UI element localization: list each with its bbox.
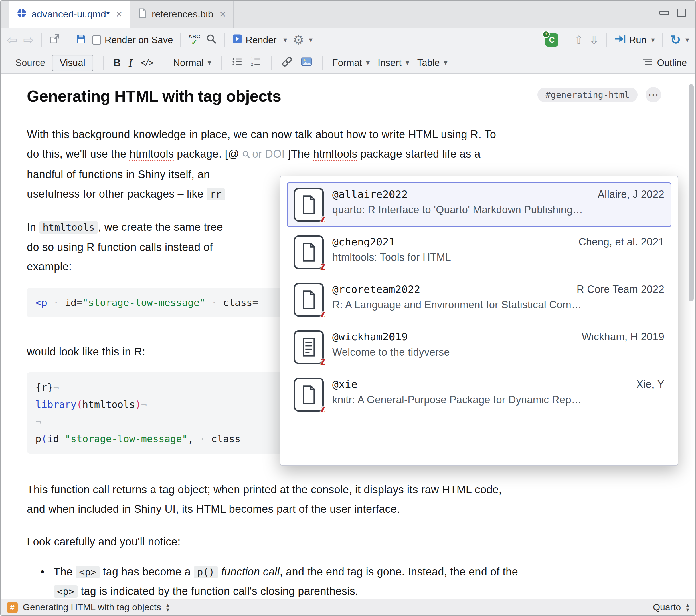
toolbar-separator bbox=[67, 33, 68, 47]
file-icon bbox=[137, 8, 147, 21]
toolbar-separator bbox=[41, 33, 42, 47]
citation-article-icon: z bbox=[294, 330, 324, 364]
window-controls bbox=[659, 9, 686, 17]
current-section-label[interactable]: Generating HTML with tag objects bbox=[23, 602, 161, 613]
citation-item-cheng2021[interactable]: z @cheng2021 Cheng, et al. 2021 htmltool… bbox=[287, 230, 671, 275]
citation-item-allaire2022[interactable]: z @allaire2022 Allaire, J 2022 quarto: R… bbox=[287, 182, 671, 227]
settings-caret-icon: ▾ bbox=[309, 35, 313, 44]
inline-code-button[interactable]: </> bbox=[141, 58, 153, 67]
save-icon[interactable] bbox=[76, 33, 86, 47]
paragraph-line: do this, we'll use the htmltools package… bbox=[27, 144, 661, 165]
citation-item-rcoreteam2022[interactable]: z @rcoreteam2022 R Core Team 2022 R: A L… bbox=[287, 277, 671, 322]
visual-editor-canvas[interactable]: Generating HTML with tag objects #genera… bbox=[1, 74, 695, 599]
tab-label: advanced-ui.qmd* bbox=[31, 9, 110, 20]
editor-tab-bar: advanced-ui.qmd* × references.bib × bbox=[1, 1, 695, 28]
heading-row: Generating HTML with tag objects #genera… bbox=[27, 86, 661, 107]
render-button[interactable]: Render bbox=[232, 34, 276, 46]
tab-references-bib[interactable]: references.bib × bbox=[130, 1, 234, 28]
section-selector-icon[interactable]: ▴▾ bbox=[166, 603, 170, 612]
insert-menu[interactable]: Insert ▾ bbox=[378, 58, 409, 68]
gear-icon: ⚙ bbox=[293, 33, 304, 47]
citation-item-xie[interactable]: z @xie Xie, Y knitr: A General-Purpose P… bbox=[287, 372, 671, 417]
chevron-down-icon: ▾ bbox=[406, 58, 409, 67]
render-on-save-checkbox[interactable] bbox=[92, 35, 101, 45]
citation-title: knitr: A General-Purpose Package for Dyn… bbox=[332, 394, 664, 406]
svg-text:1: 1 bbox=[251, 56, 253, 61]
paragraph-line: Look carefully and you'll notice: bbox=[27, 532, 661, 551]
citation-source-icon: z bbox=[294, 378, 324, 411]
paragraph-style-value: Normal bbox=[173, 58, 204, 68]
bullet-list-icon[interactable] bbox=[232, 56, 242, 69]
citation-placeholder: or DOI bbox=[252, 148, 285, 160]
close-tab-icon[interactable]: × bbox=[116, 8, 122, 20]
bullet-dot: • bbox=[41, 562, 53, 581]
quarto-file-icon bbox=[17, 8, 27, 21]
citation-title: Welcome to the tidyverse bbox=[332, 346, 664, 358]
render-on-save-toggle[interactable]: Render on Save bbox=[92, 35, 173, 46]
toolbar-separator bbox=[221, 56, 222, 70]
maximize-pane-icon[interactable] bbox=[677, 9, 686, 17]
zotero-icon: z bbox=[320, 355, 326, 367]
document-format-label[interactable]: Quarto bbox=[653, 602, 681, 613]
zotero-icon: z bbox=[320, 307, 326, 319]
toolbar-separator bbox=[566, 33, 566, 47]
go-to-next-chunk-icon[interactable]: ⇩ bbox=[589, 34, 599, 46]
run-icon bbox=[614, 33, 626, 47]
citation-key: @xie bbox=[332, 378, 358, 390]
toolbar-separator bbox=[322, 56, 322, 70]
outline-toggle[interactable]: Outline bbox=[643, 56, 687, 69]
italic-button[interactable]: I bbox=[129, 56, 132, 69]
format-selector-icon[interactable]: ▴▾ bbox=[686, 603, 689, 612]
visual-mode-button[interactable]: Visual bbox=[52, 54, 93, 71]
zotero-icon: z bbox=[320, 212, 326, 224]
go-to-previous-chunk-icon[interactable]: ⇧ bbox=[574, 34, 584, 46]
citation-item-wickham2019[interactable]: z @wickham2019 Wickham, H 2019 Welcome t… bbox=[287, 325, 671, 370]
table-menu[interactable]: Table ▾ bbox=[417, 58, 447, 68]
visual-editor-toolbar: Source Visual B I </> Normal ▾ 12 Format… bbox=[1, 52, 695, 74]
tab-advanced-ui-qmd[interactable]: advanced-ui.qmd* × bbox=[9, 1, 130, 28]
heading-anchor-badge: #generating-html bbox=[537, 87, 638, 102]
run-label: Run bbox=[629, 35, 647, 46]
citation-title: R: A Language and Environment for Statis… bbox=[332, 299, 664, 311]
format-menu[interactable]: Format ▾ bbox=[332, 58, 370, 68]
inline-code: p() bbox=[194, 566, 218, 578]
paragraph-style-dropdown[interactable]: Normal ▾ bbox=[173, 58, 211, 68]
citation-search-icon bbox=[242, 149, 250, 161]
more-options-icon[interactable]: ⋯ bbox=[646, 87, 661, 102]
paragraph-line: With this background knowledge in place,… bbox=[27, 125, 661, 144]
source-mode-button[interactable]: Source bbox=[9, 55, 52, 71]
heading-level-icon: # bbox=[7, 602, 18, 613]
close-tab-icon[interactable]: × bbox=[220, 8, 226, 20]
back-icon[interactable]: ⇦ bbox=[7, 34, 17, 46]
insert-label: Insert bbox=[378, 58, 401, 68]
plus-icon: + bbox=[542, 31, 550, 38]
spellcheck-icon[interactable]: ABC ✓ bbox=[188, 34, 200, 46]
page-title: Generating HTML with tag objects bbox=[27, 86, 281, 107]
chevron-down-icon: ▾ bbox=[366, 58, 370, 67]
vertical-scrollbar-thumb[interactable] bbox=[689, 84, 694, 302]
rstudio-source-pane: advanced-ui.qmd* × references.bib × ⇦ ⇨ bbox=[0, 0, 696, 616]
settings-button[interactable]: ⚙ ▾ bbox=[293, 33, 313, 47]
numbered-list-icon[interactable]: 12 bbox=[250, 56, 261, 69]
toolbar-separator bbox=[271, 56, 272, 70]
render-dropdown-caret-icon[interactable]: ▾ bbox=[283, 35, 287, 44]
forward-icon[interactable]: ⇨ bbox=[23, 34, 34, 46]
toolbar-separator bbox=[103, 56, 104, 70]
rerun-button[interactable]: ↻ ▾ bbox=[670, 33, 689, 47]
search-icon[interactable] bbox=[206, 33, 217, 47]
render-icon bbox=[232, 34, 242, 46]
run-button[interactable]: Run ▾ bbox=[614, 33, 655, 47]
format-label: Format bbox=[332, 58, 362, 68]
minimize-pane-icon[interactable] bbox=[659, 11, 669, 15]
citation-key: @wickham2019 bbox=[332, 331, 408, 343]
editor-toolbar: ⇦ ⇨ Render on Save ABC ✓ Render ▾ bbox=[1, 28, 695, 52]
link-icon[interactable] bbox=[281, 56, 293, 70]
chevron-down-icon: ▾ bbox=[207, 58, 211, 67]
insert-chunk-icon[interactable]: +C bbox=[545, 33, 558, 47]
citation-source-icon: z bbox=[294, 236, 324, 269]
image-icon[interactable] bbox=[301, 56, 312, 70]
bold-button[interactable]: B bbox=[113, 57, 121, 69]
toolbar-separator bbox=[163, 56, 163, 70]
citation-author: Wickham, H 2019 bbox=[582, 331, 664, 343]
popout-window-icon[interactable] bbox=[49, 33, 60, 47]
